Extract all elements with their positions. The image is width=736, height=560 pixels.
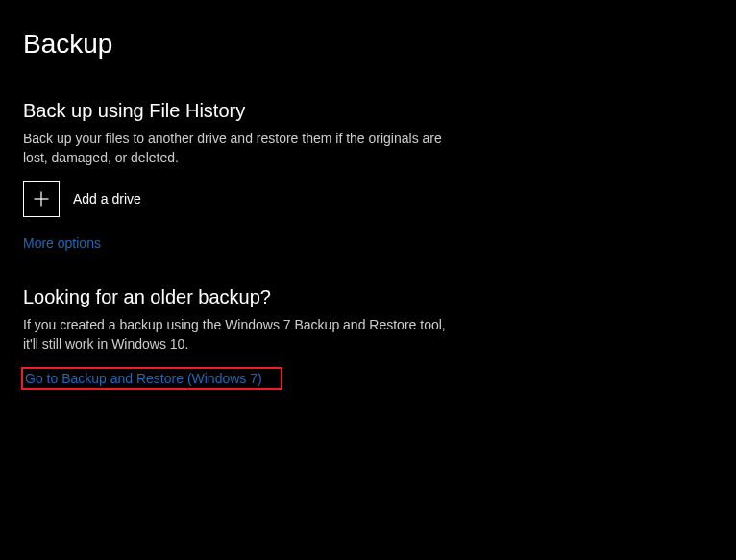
backup-restore-win7-link[interactable]: Go to Backup and Restore (Windows 7) — [25, 371, 262, 386]
file-history-heading: Back up using File History — [23, 100, 503, 122]
plus-icon — [23, 181, 60, 217]
older-backup-section: Looking for an older backup? If you crea… — [23, 286, 503, 390]
page-title: Backup — [23, 29, 713, 60]
highlighted-link-box: Go to Backup and Restore (Windows 7) — [21, 367, 282, 390]
older-backup-heading: Looking for an older backup? — [23, 286, 503, 308]
more-options-link[interactable]: More options — [23, 235, 101, 251]
file-history-section: Back up using File History Back up your … — [23, 100, 503, 252]
older-backup-description: If you created a backup using the Window… — [23, 316, 455, 353]
file-history-description: Back up your files to another drive and … — [23, 130, 455, 167]
add-drive-button[interactable]: Add a drive — [23, 181, 503, 217]
add-drive-label: Add a drive — [73, 191, 141, 207]
